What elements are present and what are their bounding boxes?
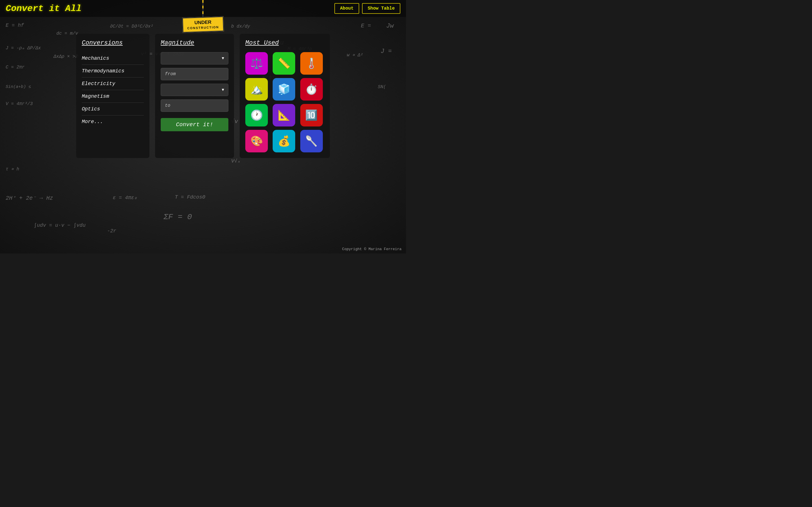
to-field[interactable]: to — [161, 100, 229, 112]
unit-dropdown[interactable]: ▼ — [161, 83, 229, 96]
magnitude-dropdown-arrow: ▼ — [222, 56, 224, 61]
unit-dropdown-arrow: ▼ — [222, 88, 224, 92]
conversion-item-thermodynamics[interactable]: Thermodynamics — [82, 65, 144, 77]
panels-container: Conversions MechanicsThermodynamicsElect… — [0, 34, 406, 158]
show-table-button[interactable]: Show Table — [362, 3, 400, 14]
magnitude-panel: Magnitude ▼ from ▼ to Convert it! — [155, 34, 234, 158]
from-placeholder: from — [165, 71, 175, 76]
most-used-panel: Most Used ⚖️📏🌡️🏔️🧊⏱️🕐📐🔟🎨💰🥄 — [240, 34, 330, 158]
from-field[interactable]: from — [161, 68, 229, 80]
weight-kg-icon[interactable]: ⚖️ — [245, 52, 268, 75]
conversion-item-mechanics[interactable]: Mechanics — [82, 52, 144, 65]
footer-text: Copyright © Marina Ferreira — [342, 247, 402, 251]
volume-icon[interactable]: 🧊 — [273, 78, 295, 101]
topbar: Convert it All UNDER CONSTRUCTION About … — [0, 0, 406, 17]
ruler-icon[interactable]: 📏 — [273, 52, 295, 75]
topbar-right: About Show Table — [335, 3, 400, 14]
under-construction-line2: CONSTRUCTION — [187, 25, 219, 30]
time-icon[interactable]: 🕐 — [245, 104, 268, 126]
exponent-icon[interactable]: 🔟 — [300, 104, 323, 126]
angle-icon[interactable]: 📐 — [273, 104, 295, 126]
conversions-title: Conversions — [82, 40, 144, 47]
icons-grid: ⚖️📏🌡️🏔️🧊⏱️🕐📐🔟🎨💰🥄 — [245, 52, 324, 152]
crane-area: UNDER CONSTRUCTION — [183, 0, 224, 32]
conversion-item-more---[interactable]: More... — [82, 115, 144, 128]
to-placeholder: to — [165, 103, 170, 108]
under-construction-badge: UNDER CONSTRUCTION — [182, 16, 224, 33]
money-icon[interactable]: 💰 — [273, 130, 295, 152]
speedometer-icon[interactable]: ⏱️ — [300, 78, 323, 101]
temperature-icon[interactable]: 🌡️ — [300, 52, 323, 75]
footer: Copyright © Marina Ferreira — [342, 247, 402, 251]
app-title: Convert it All — [6, 3, 82, 14]
convert-button[interactable]: Convert it! — [161, 118, 229, 131]
conversion-item-optics[interactable]: Optics — [82, 103, 144, 115]
palette-icon[interactable]: 🎨 — [245, 130, 268, 152]
conversion-item-electricity[interactable]: Electricity — [82, 77, 144, 90]
conversions-list: MechanicsThermodynamicsElectricityMagnet… — [82, 52, 144, 128]
crane-hook — [202, 0, 204, 17]
conversion-item-magnetism[interactable]: Magnetism — [82, 90, 144, 103]
magnitude-dropdown[interactable]: ▼ — [161, 52, 229, 64]
spoon-icon[interactable]: 🥄 — [300, 130, 323, 152]
most-used-title: Most Used — [245, 40, 324, 47]
conversions-panel: Conversions MechanicsThermodynamicsElect… — [76, 34, 149, 158]
about-button[interactable]: About — [335, 3, 359, 14]
mass-icon[interactable]: 🏔️ — [245, 78, 268, 101]
magnitude-title: Magnitude — [161, 40, 229, 47]
